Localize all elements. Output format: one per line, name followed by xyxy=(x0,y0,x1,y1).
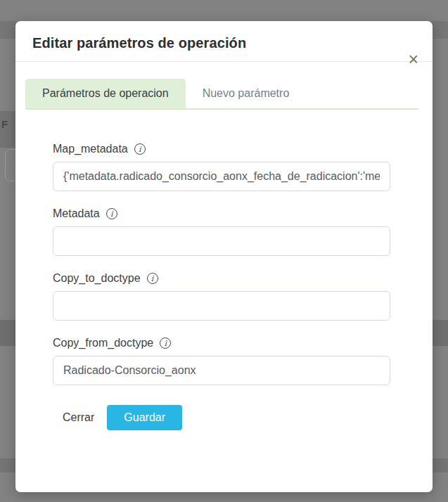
info-icon[interactable]: i xyxy=(160,337,171,349)
cerrar-button[interactable]: Cerrar xyxy=(61,406,96,430)
field-map-metadata: Map_metadata i xyxy=(53,143,390,191)
field-label: Map_metadata xyxy=(53,143,128,155)
tab-nuevo-parametro[interactable]: Nuevo parámetro xyxy=(186,79,307,108)
modal-header: Editar parámetros de operación × xyxy=(15,21,433,62)
tab-parametros-de-operacion[interactable]: Parámetros de operacion xyxy=(25,79,186,108)
tab-bar: Parámetros de operacion Nuevo parámetro xyxy=(25,79,418,110)
guardar-button[interactable]: Guardar xyxy=(107,405,182,430)
map-metadata-input[interactable] xyxy=(53,162,390,191)
parameters-form: Map_metadata i Metadata i Copy_to_doctyp… xyxy=(53,143,390,430)
background-heading-fragment: F xyxy=(1,118,8,130)
edit-operation-parameters-modal: Editar parámetros de operación × Parámet… xyxy=(15,21,433,492)
copy-to-doctype-input[interactable] xyxy=(53,291,390,321)
close-icon[interactable]: × xyxy=(408,51,418,68)
field-metadata: Metadata i xyxy=(53,207,390,256)
field-label: Copy_to_doctype xyxy=(53,272,141,285)
info-icon[interactable]: i xyxy=(106,208,117,219)
info-icon[interactable]: i xyxy=(134,143,146,155)
info-icon[interactable]: i xyxy=(147,273,158,284)
field-label: Metadata xyxy=(53,207,100,220)
modal-actions: Cerrar Guardar xyxy=(61,405,390,430)
copy-from-doctype-input[interactable] xyxy=(53,356,390,385)
modal-title: Editar parámetros de operación xyxy=(32,35,416,51)
metadata-input[interactable] xyxy=(53,226,390,256)
field-label: Copy_from_doctype xyxy=(53,337,153,349)
field-copy-to-doctype: Copy_to_doctype i xyxy=(53,272,390,321)
field-copy-from-doctype: Copy_from_doctype i xyxy=(53,337,390,385)
